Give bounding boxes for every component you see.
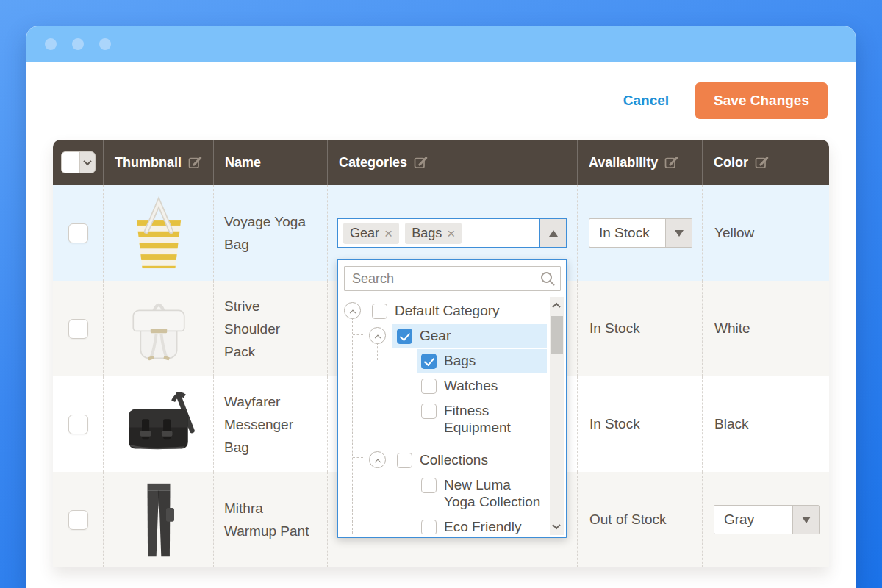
category-tree: Default Category Gear Bags Watches [338,298,547,534]
edit-column-icon[interactable] [188,155,203,170]
tree-label: Gear [420,327,451,344]
header-label: Categories [339,155,407,171]
collapse-dropdown-button[interactable] [539,219,566,247]
tree-label: Eco Friendly [444,518,522,534]
color-cell: White [702,281,829,376]
tree-label: Bags [444,352,476,369]
tree-item-collections[interactable]: Collections [338,448,547,473]
scrollbar-thumb[interactable] [551,316,563,354]
product-thumbnail-black-messenger-icon [115,383,202,465]
row-select-cell [53,376,103,472]
product-thumbnail-white-backpack-icon [118,287,200,370]
header-categories: Categories [327,140,577,185]
header-thumbnail: Thumbnail [103,140,213,185]
remove-tag-icon[interactable]: × [447,226,455,240]
tree-label: Default Category [395,302,500,319]
tree-checkbox[interactable] [421,520,437,534]
edit-column-icon[interactable] [414,155,429,170]
tree-item-watches[interactable]: Watches [338,373,547,398]
tree-checkbox[interactable] [397,329,412,344]
tree-checkbox[interactable] [397,453,412,468]
row-checkbox[interactable] [68,415,88,434]
thumbnail-cell [103,376,213,472]
color-cell: Gray [702,472,829,567]
tag-label: Bags [412,226,442,241]
cancel-button[interactable]: Cancel [623,93,669,109]
edit-column-icon[interactable] [755,155,770,170]
search-input[interactable] [344,266,561,291]
collapse-icon[interactable] [369,327,386,344]
color-cell: Black [702,376,829,472]
table-header-row: Thumbnail Name Categories Availability C… [53,140,829,185]
row-checkbox[interactable] [68,510,88,530]
edit-column-icon[interactable] [664,155,679,170]
selected-tags: Gear× Bags× [338,219,539,247]
tree-checkbox[interactable] [421,478,437,493]
availability-value: In Stock [589,416,640,432]
window-control-dot[interactable] [72,38,84,50]
categories-multiselect[interactable]: Gear× Bags× [337,218,567,248]
tree-label: Watches [444,377,498,394]
header-label: Availability [589,155,658,171]
product-thumbnail-yellow-tote-icon [118,192,200,274]
browser-window: Cancel Save Changes Thumbnail Name [26,26,856,588]
row-select-cell [53,472,103,567]
header-label: Name [225,155,261,171]
row-checkbox[interactable] [68,319,88,339]
row-select-cell [53,281,103,376]
header-availability: Availability [577,140,702,185]
category-tag[interactable]: Bags× [405,223,462,244]
availability-cell: In Stock [577,281,702,376]
tree-label: Collections [420,451,488,468]
product-name: Wayfarer Messenger Bag [224,390,309,459]
scroll-down-icon[interactable] [552,521,560,529]
thumbnail-cell [103,472,213,567]
open-dropdown-button[interactable] [665,219,692,247]
remove-tag-icon[interactable]: × [384,226,392,240]
select-all-control[interactable] [61,151,96,173]
tree-item-fitness-equipment[interactable]: Fitness Equipment [338,398,547,440]
search-icon [539,270,556,287]
tree-checkbox[interactable] [421,354,437,369]
desktop-background: Cancel Save Changes Thumbnail Name [0,0,882,588]
tree-checkbox[interactable] [372,304,387,319]
product-name: Strive Shoulder Pack [224,295,309,363]
collapse-icon[interactable] [369,451,386,468]
thumbnail-cell [103,281,213,376]
category-tag[interactable]: Gear× [343,223,399,244]
tree-item-bags[interactable]: Bags [338,348,547,373]
availability-select[interactable]: In Stock [589,218,692,248]
tree-item-default-category[interactable]: Default Category [338,298,547,323]
color-cell: Yellow [702,185,829,281]
tree-label: New Luma Yoga Collection [444,476,540,510]
color-value: Black [714,416,748,432]
color-value: Yellow [714,225,754,241]
select-value: In Stock [589,219,665,247]
products-table: Thumbnail Name Categories Availability C… [53,140,829,567]
tree-item-eco-friendly[interactable]: Eco Friendly [338,514,547,534]
categories-dropdown-panel: Default Category Gear Bags Watches [337,259,567,538]
tree-checkbox[interactable] [421,404,437,419]
header-label: Color [714,155,748,171]
tree-item-new-luma-yoga-collection[interactable]: New Luma Yoga Collection [338,473,547,514]
color-value: White [714,320,750,337]
select-all-checkbox[interactable] [62,152,80,173]
window-control-dot[interactable] [45,38,57,50]
row-checkbox[interactable] [68,223,88,243]
tree-checkbox[interactable] [421,379,437,394]
tree-scrollbar[interactable] [550,297,564,535]
product-thumbnail-gray-pants-icon [121,477,197,562]
color-select[interactable]: Gray [714,505,820,534]
save-changes-button[interactable]: Save Changes [695,82,828,119]
availability-value: In Stock [589,320,640,337]
name-cell: Wayfarer Messenger Bag [213,376,327,472]
name-cell: Strive Shoulder Pack [213,281,327,376]
collapse-icon[interactable] [344,302,361,319]
open-dropdown-button[interactable] [792,506,819,534]
availability-cell: In Stock [577,376,702,472]
window-control-dot[interactable] [99,38,111,50]
tree-item-gear[interactable]: Gear [338,323,547,348]
scroll-up-icon[interactable] [552,303,560,311]
chevron-down-icon[interactable] [80,152,95,173]
tag-label: Gear [350,226,379,241]
